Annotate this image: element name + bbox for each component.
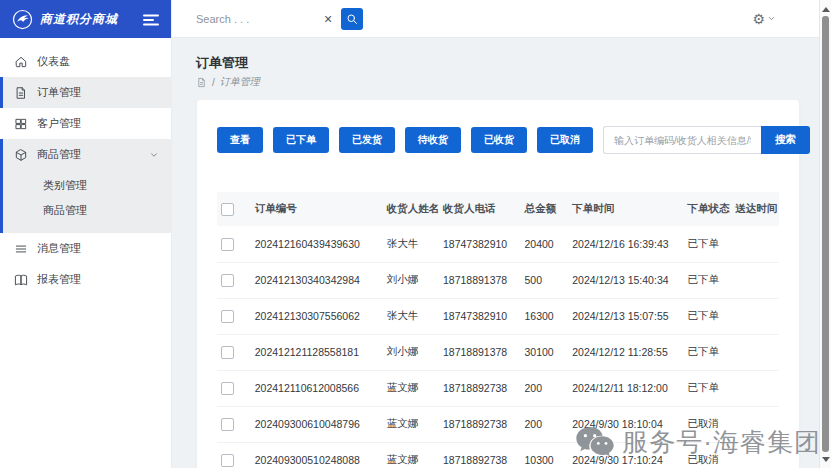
filter-button-5[interactable]: 已取消 [537, 127, 593, 153]
sidebar-item-label: 商品管理 [37, 147, 81, 162]
cell-amount: 500 [520, 262, 568, 298]
breadcrumb-separator: / [212, 77, 215, 88]
table-row: 202409300510248088蓝文娜1871889273810300202… [217, 442, 779, 468]
topbar: × ⚙ [172, 0, 831, 38]
global-search-button[interactable] [341, 8, 363, 30]
row-checkbox[interactable] [221, 274, 234, 287]
cell-phone: 18747382910 [439, 298, 520, 334]
scrollbar-thumb[interactable] [822, 16, 829, 452]
sidebar-subitem-1[interactable]: 商品管理 [3, 198, 171, 223]
cell-name: 刘小娜 [383, 334, 439, 370]
sidebar-group-4: 消息管理 [0, 233, 171, 264]
row-checkbox[interactable] [221, 310, 234, 323]
order-search-input[interactable] [603, 126, 761, 154]
column-header-1: 收货人姓名 [383, 192, 439, 226]
settings-menu[interactable]: ⚙ [752, 12, 776, 26]
sidebar-item-5[interactable]: 报表管理 [3, 264, 171, 295]
gear-icon[interactable]: ⚙ [752, 12, 765, 26]
global-search-input[interactable] [196, 13, 324, 25]
magnifier-icon [346, 13, 358, 25]
cell-name: 蓝文娜 [383, 406, 439, 442]
select-all-checkbox[interactable] [221, 203, 234, 216]
table-row: 202412160439439630张大牛1874738291020400202… [217, 226, 779, 262]
topbar-search: × [196, 8, 363, 30]
order-search-button[interactable]: 搜索 [761, 126, 810, 154]
cell-amount: 16300 [520, 298, 568, 334]
sidebar-subitem-0[interactable]: 类别管理 [3, 173, 171, 198]
sidebar-item-1[interactable]: 订单管理 [3, 77, 171, 108]
cell-status: 已下单 [683, 262, 731, 298]
sidebar-group-3: 商品管理类别管理商品管理 [0, 139, 171, 233]
table-header: 订单编号收货人姓名收货人电话总金额下单时间下单状态送达时间 [217, 192, 779, 226]
sidebar-item-3[interactable]: 商品管理 [3, 139, 171, 170]
filter-button-0[interactable]: 查看 [217, 127, 263, 153]
scroll-up-arrow[interactable] [820, 3, 831, 15]
sidebar-item-0[interactable]: 仪表盘 [3, 46, 171, 77]
cell-status: 已取消 [683, 406, 731, 442]
filter-button-3[interactable]: 待收货 [405, 127, 461, 153]
cell-status: 已下单 [683, 298, 731, 334]
page-content: 订单管理 / 订单管理 查看已下单已发货待收货已收货已取消 搜索 [172, 38, 831, 468]
menu-toggle-icon[interactable] [143, 12, 159, 26]
chevron-down-icon [767, 14, 776, 23]
cell-time: 2024/9/30 18:10:04 [568, 406, 683, 442]
cell-amount: 20400 [520, 226, 568, 262]
cell-phone: 18747382910 [439, 226, 520, 262]
cell-delivery [731, 442, 779, 468]
sidebar-submenu: 类别管理商品管理 [3, 170, 171, 233]
list-icon [14, 242, 28, 256]
cell-amount: 200 [520, 370, 568, 406]
cell-name: 刘小娜 [383, 262, 439, 298]
cell-time: 2024/12/13 15:07:55 [568, 298, 683, 334]
sidebar-nav: 仪表盘订单管理客户管理商品管理类别管理商品管理消息管理报表管理 [0, 38, 171, 295]
orders-card: 查看已下单已发货待收货已收货已取消 搜索 订单编号收货人姓名收货人电话总金额下单… [196, 99, 800, 468]
row-checkbox[interactable] [221, 454, 234, 467]
table-row: 202412110612008566蓝文娜187188927382002024/… [217, 370, 779, 406]
cell-amount: 200 [520, 406, 568, 442]
row-select-cell [217, 262, 251, 298]
sidebar-item-4[interactable]: 消息管理 [3, 233, 171, 264]
vertical-scrollbar[interactable] [819, 0, 831, 468]
cell-phone: 18718891378 [439, 262, 520, 298]
column-header-5: 下单状态 [683, 192, 731, 226]
document-icon [14, 86, 28, 100]
cell-order_no: 202409300510248088 [251, 442, 383, 468]
table-row: 202412130340342984刘小娜187188913785002024/… [217, 262, 779, 298]
sidebar-group-2: 客户管理 [0, 108, 171, 139]
app-root: 商道积分商城 仪表盘订单管理客户管理商品管理类别管理商品管理消息管理报表管理 ×… [0, 0, 831, 468]
package-icon [14, 148, 28, 162]
column-header-6: 送达时间 [731, 192, 779, 226]
sidebar-group-1: 订单管理 [0, 77, 171, 108]
cell-delivery [731, 298, 779, 334]
cell-phone: 18718891378 [439, 334, 520, 370]
table-header-row: 订单编号收货人姓名收货人电话总金额下单时间下单状态送达时间 [217, 192, 779, 226]
table-row: 202412130307556062张大牛1874738291016300202… [217, 298, 779, 334]
cell-delivery [731, 406, 779, 442]
row-checkbox[interactable] [221, 346, 234, 359]
home-icon [14, 55, 28, 69]
scroll-down-arrow[interactable] [820, 453, 831, 465]
sidebar-item-2[interactable]: 客户管理 [3, 108, 171, 139]
document-icon [196, 77, 207, 88]
cell-amount: 30100 [520, 334, 568, 370]
filter-buttons: 查看已下单已发货待收货已收货已取消 [217, 127, 603, 153]
table-row: 202409300610048796蓝文娜187188927382002024/… [217, 406, 779, 442]
filter-button-2[interactable]: 已发货 [339, 127, 395, 153]
row-select-cell [217, 226, 251, 262]
cell-phone: 18718892738 [439, 442, 520, 468]
row-select-cell [217, 442, 251, 468]
cell-phone: 18718892738 [439, 406, 520, 442]
filter-button-1[interactable]: 已下单 [273, 127, 329, 153]
sidebar-group-0: 仪表盘 [0, 46, 171, 77]
cell-delivery [731, 262, 779, 298]
row-checkbox[interactable] [221, 382, 234, 395]
cell-order_no: 202412130340342984 [251, 262, 383, 298]
cell-order_no: 202412110612008566 [251, 370, 383, 406]
card-toolbar: 查看已下单已发货待收货已收货已取消 搜索 [217, 126, 779, 154]
table-row: 202412121128558181刘小娜1871889137830100202… [217, 334, 779, 370]
filter-button-4[interactable]: 已收货 [471, 127, 527, 153]
clear-search-icon[interactable]: × [324, 12, 332, 26]
cell-delivery [731, 334, 779, 370]
row-checkbox[interactable] [221, 238, 234, 251]
row-checkbox[interactable] [221, 418, 234, 431]
